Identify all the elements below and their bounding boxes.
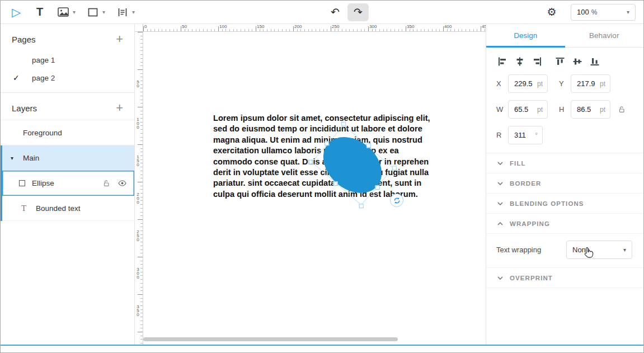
rotation-input[interactable]: 311 °: [508, 126, 543, 144]
layers-list: Foreground ▾ Main Ellipse: [1, 120, 134, 221]
section-wrapping[interactable]: WRAPPING: [486, 214, 643, 234]
add-page-button[interactable]: +: [112, 33, 126, 45]
text-tool-button[interactable]: T: [32, 3, 48, 21]
align-right-icon: [532, 57, 542, 67]
layer-item-foreground[interactable]: Foreground: [1, 120, 134, 145]
x-label: X: [496, 79, 505, 88]
tab-behavior[interactable]: Behavior: [565, 24, 644, 47]
selection-handle[interactable]: [366, 143, 371, 148]
image-tool-button[interactable]: [55, 3, 71, 21]
x-input[interactable]: 229.5 pt: [508, 74, 548, 93]
expand-caret-icon[interactable]: ▾: [11, 155, 17, 161]
eye-icon: [118, 180, 126, 186]
ruler-v-label: 50: [135, 79, 140, 87]
ruler-h-label: 200: [294, 24, 302, 29]
selection-handle[interactable]: [308, 159, 313, 164]
tab-design[interactable]: Design: [486, 24, 565, 47]
rotation-label: R: [496, 131, 505, 139]
selection-handle[interactable]: [341, 121, 346, 126]
align-center-vertical-button[interactable]: [572, 57, 582, 67]
image-tool-caret[interactable]: ▾: [71, 8, 77, 16]
pages-header: Pages +: [1, 24, 134, 51]
plus-icon: +: [116, 32, 123, 46]
rectangle-icon: [88, 8, 98, 17]
text-wrapping-row: Text wrapping None ▾: [486, 234, 643, 268]
canvas-viewport[interactable]: Lorem ipsum dolor sit amet, consectetur …: [143, 32, 486, 345]
toolbar: ▷ T ▾ ▾ ▾: [1, 1, 643, 24]
redo-button[interactable]: ↷: [347, 3, 369, 21]
rotate-handle[interactable]: [390, 194, 403, 207]
width-input[interactable]: 65.5 pt: [508, 100, 548, 119]
section-blending-options[interactable]: BLENDING OPTIONS: [486, 194, 643, 214]
layers-title: Layers: [12, 103, 37, 113]
page-item-2[interactable]: ✓ page 2: [1, 69, 134, 87]
section-label: OVERPRINT: [510, 275, 553, 281]
selection-handle[interactable]: [333, 181, 338, 186]
zoom-dropdown[interactable]: 100 % ▾: [571, 4, 636, 21]
section-fill[interactable]: FILL: [486, 153, 643, 173]
align-center-vertical-icon: [572, 57, 582, 67]
chevron-down-icon: ▾: [627, 9, 629, 15]
image-icon: [58, 7, 69, 17]
align-bottom-button[interactable]: [590, 57, 600, 67]
ruler-corner: [135, 24, 143, 32]
bounded-text-tool-caret[interactable]: ▾: [130, 8, 137, 16]
settings-button[interactable]: ⚙: [544, 3, 560, 21]
image-tool-cluster: ▾: [55, 3, 77, 21]
layer-item-bounded-text[interactable]: T Bounded text: [2, 196, 134, 221]
unlock-icon: [618, 106, 626, 113]
ruler-v-label: 150: [135, 154, 140, 166]
add-layer-button[interactable]: +: [112, 102, 126, 114]
history-controls: ↶ ↷: [327, 1, 369, 23]
selection-handle[interactable]: [375, 185, 380, 190]
rotation-value: 311: [514, 131, 526, 139]
left-sidebar: Pages + page 1 ✓ page 2 Layers + Foregro…: [1, 24, 135, 345]
align-top-button[interactable]: [555, 57, 565, 67]
section-border[interactable]: BORDER: [486, 173, 643, 194]
align-right-button[interactable]: [532, 57, 542, 67]
ruler-h-label: 150: [257, 24, 264, 29]
section-overprint[interactable]: OVERPRINT: [486, 268, 643, 288]
y-input[interactable]: 217.9 pt: [571, 74, 610, 93]
zoom-value: 100: [577, 8, 589, 16]
text-wrapping-label: Text wrapping: [496, 246, 541, 254]
selection-handle[interactable]: [359, 204, 364, 209]
inspector-tabs: Design Behavior: [486, 24, 643, 48]
pages-title: Pages: [12, 35, 36, 44]
layer-label: Ellipse: [32, 179, 54, 187]
rectangle-tool-button[interactable]: [85, 3, 101, 21]
layer-item-main[interactable]: ▾ Main: [2, 145, 134, 171]
y-value: 217.9: [577, 79, 595, 88]
width-value: 65.5: [514, 105, 528, 114]
ruler-h-label: 400: [444, 24, 452, 29]
text-wrapping-select[interactable]: None ▾: [566, 241, 632, 259]
horizontal-scrollbar[interactable]: [143, 337, 398, 341]
page-item-1[interactable]: page 1: [1, 51, 134, 69]
visibility-toggle-button[interactable]: [118, 180, 126, 186]
horizontal-ruler: 0 50 100 150 200 250 300 350 400 450: [143, 24, 486, 32]
undo-button[interactable]: ↶: [327, 3, 343, 21]
ruler-h-label: 50: [182, 24, 187, 29]
ruler-h-label: 100: [219, 24, 227, 29]
align-center-horizontal-icon: [515, 57, 525, 67]
gear-icon: ⚙: [547, 6, 556, 18]
section-label: BORDER: [510, 180, 541, 187]
status-bar: [1, 345, 643, 352]
y-unit: pt: [600, 80, 605, 88]
shape-thumbnail-icon: [19, 180, 25, 186]
shape-tool-caret[interactable]: ▾: [101, 8, 107, 16]
layer-item-ellipse[interactable]: Ellipse: [2, 171, 134, 196]
selection-handle[interactable]: [325, 141, 330, 146]
chevron-down-icon: [497, 162, 503, 165]
align-center-horizontal-button[interactable]: [515, 57, 525, 67]
selection-handle[interactable]: [392, 166, 397, 171]
aspect-lock-button[interactable]: [618, 106, 626, 113]
section-label: FILL: [510, 160, 526, 167]
preview-play-button[interactable]: ▷: [8, 3, 24, 21]
bounded-text-tool-button[interactable]: [115, 3, 130, 21]
lock-toggle-button[interactable]: [103, 180, 110, 187]
height-input[interactable]: 86.5 pt: [571, 100, 610, 119]
zoom-unit: %: [591, 8, 598, 16]
text-tool-icon: T: [36, 6, 43, 18]
align-left-button[interactable]: [497, 57, 507, 67]
